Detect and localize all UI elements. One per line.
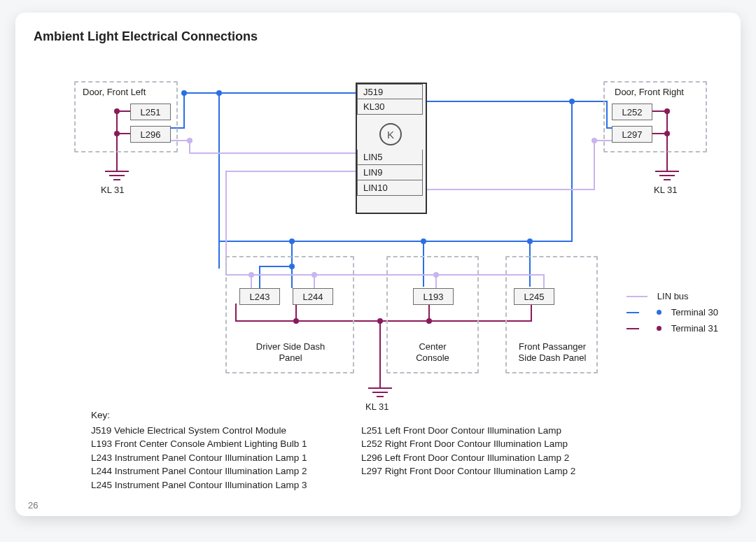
ground-icon <box>105 171 129 183</box>
legend-label: LIN bus <box>657 291 689 301</box>
ground-label: KL 31 <box>101 185 125 195</box>
module-row-kl30: KL30 <box>357 99 423 115</box>
wire-t30 <box>571 101 573 242</box>
lamp-l243: L243 <box>239 288 280 305</box>
wire-lin <box>594 140 595 190</box>
enclosure-label: Door, Front Left <box>83 87 146 98</box>
wire-lin <box>424 189 595 190</box>
legend-swatch-icon <box>626 328 639 329</box>
lamp-l251: L251 <box>130 104 171 120</box>
legend-swatch-icon <box>626 296 648 297</box>
key-heading: Key: <box>91 408 655 422</box>
key-column-left: J519 Vehicle Electrical System Control M… <box>91 424 357 492</box>
node-t30 <box>289 238 295 244</box>
legend: LIN bus Terminal 30 Terminal 31 <box>626 291 718 339</box>
wire-t30 <box>218 241 573 242</box>
key-item: L243 Instrument Panel Contour Illuminati… <box>91 451 357 465</box>
node-t30 <box>216 90 222 96</box>
enclosure-label: Door, Front Right <box>615 87 684 98</box>
node-t31 <box>377 318 383 324</box>
ground-label: KL 31 <box>654 185 678 195</box>
module-row-lin5: LIN5 <box>357 150 423 165</box>
key-block: Key: J519 Vehicle Electrical System Cont… <box>91 408 655 492</box>
module-id: J519 <box>357 84 423 99</box>
page-number: 26 <box>28 500 38 511</box>
node-t30 <box>421 238 426 244</box>
node-lin <box>187 138 192 143</box>
key-item: L193 Front Center Console Ambient Lighti… <box>91 437 357 451</box>
wire-lin <box>225 171 357 172</box>
wire-t30 <box>218 92 220 269</box>
lamp-l297: L297 <box>612 126 652 143</box>
legend-item-t31: Terminal 31 <box>626 323 718 334</box>
node-lin <box>592 138 597 143</box>
lamp-l252: L252 <box>612 104 652 120</box>
legend-item-lin: LIN bus <box>626 291 718 301</box>
legend-item-t30: Terminal 30 <box>626 307 718 318</box>
legend-node-icon <box>657 326 662 331</box>
legend-node-icon <box>657 310 662 315</box>
enclosure-label: Driver Side Dash Panel <box>252 341 329 364</box>
ground-icon <box>655 171 679 183</box>
legend-label: Terminal 31 <box>671 323 718 334</box>
ground-icon <box>368 387 392 400</box>
legend-swatch-icon <box>626 312 639 313</box>
key-column-right: L251 Left Front Door Contour Illuminatio… <box>361 424 655 492</box>
lamp-l193: L193 <box>413 288 454 305</box>
key-item: L244 Instrument Panel Contour Illuminati… <box>91 464 357 478</box>
enclosure-label: Front Passanger Side Dash Panel <box>514 341 591 364</box>
key-item: L252 Right Front Door Contour Illuminati… <box>361 437 655 451</box>
module-row-lin10: LIN10 <box>357 180 423 196</box>
wire-t30 <box>424 101 606 102</box>
key-item: J519 Vehicle Electrical System Control M… <box>91 424 357 438</box>
lamp-l296: L296 <box>130 126 171 143</box>
lamp-l244: L244 <box>293 288 333 305</box>
key-item: L245 Instrument Panel Contour Illuminati… <box>91 478 357 492</box>
diagram-card: Ambient Light Electrical Connections <box>15 13 741 516</box>
k-circle-icon: K <box>379 123 402 145</box>
wire-t30 <box>183 92 185 127</box>
node-t30 <box>569 99 575 104</box>
lamp-l245: L245 <box>514 288 554 305</box>
module-row-lin9: LIN9 <box>357 165 423 180</box>
enclosure-label: Center Console <box>412 341 454 364</box>
wire-lin <box>189 152 357 154</box>
page-title: Ambient Light Electrical Connections <box>34 29 258 44</box>
legend-label: Terminal 30 <box>671 307 718 318</box>
key-item: L297 Right Front Door Contour Illuminati… <box>361 464 655 478</box>
wire-t31 <box>379 320 381 387</box>
key-item: L296 Left Front Door Contour Illuminatio… <box>361 451 655 465</box>
key-item: L251 Left Front Door Contour Illuminatio… <box>361 424 655 438</box>
node-t30 <box>527 238 533 244</box>
wire-t30 <box>183 92 357 94</box>
node-t30 <box>181 90 187 96</box>
